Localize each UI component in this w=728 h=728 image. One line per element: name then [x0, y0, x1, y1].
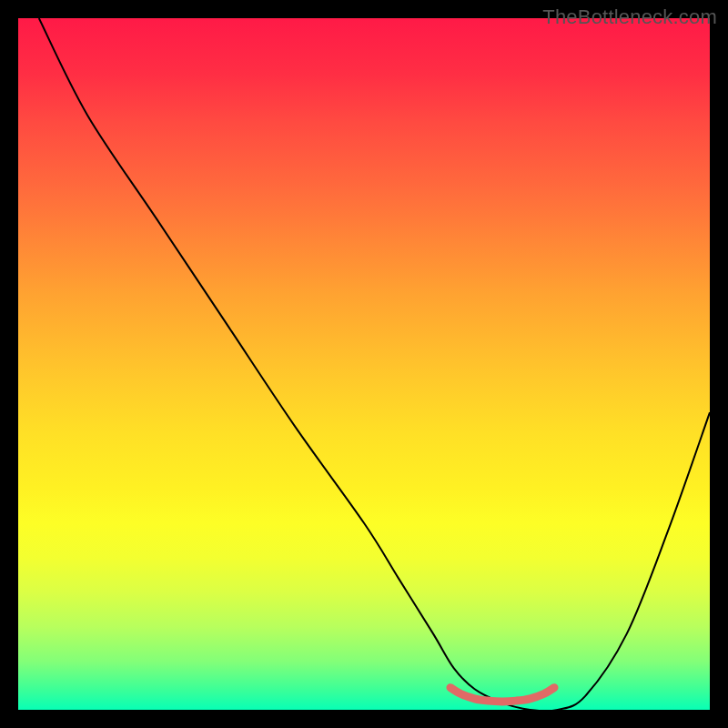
curve-line	[39, 18, 710, 710]
chart-svg	[18, 18, 710, 710]
plot-area	[18, 18, 710, 710]
chart-container: TheBottleneck.com	[0, 0, 728, 728]
attribution-text: TheBottleneck.com	[542, 5, 717, 29]
marker-segment	[450, 688, 554, 702]
